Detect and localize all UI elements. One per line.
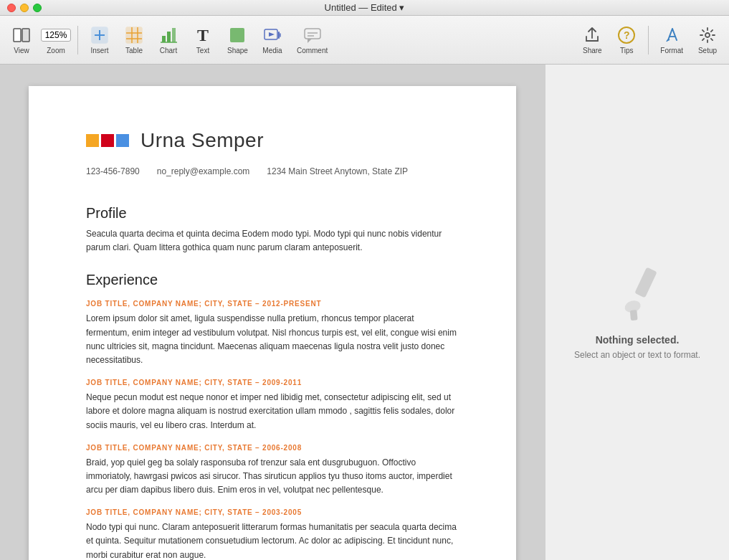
zoom-icon: 125% [46, 25, 66, 45]
svg-rect-14 [230, 28, 244, 42]
close-button[interactable] [7, 4, 16, 12]
media-icon [262, 25, 282, 45]
main-layout: Urna Semper 123-456-7890 no_reply@exampl… [0, 65, 729, 560]
insert-label: Insert [90, 47, 108, 54]
address: 1234 Main Street Anytown, State ZIP [267, 166, 408, 176]
maximize-button[interactable] [33, 4, 42, 12]
tips-group[interactable]: ? Tips [611, 22, 642, 57]
phone: 123-456-7890 [86, 166, 140, 176]
paintbrush-icon [609, 265, 666, 323]
svg-rect-23 [634, 267, 657, 298]
profile-text: Seacula quarta decima et quinta decima E… [86, 227, 459, 255]
format-icon [662, 25, 682, 45]
view-icon [11, 25, 32, 45]
job-desc-4: Nodo typi qui nunc. Claram anteposuerit … [86, 521, 459, 560]
job-1: JOB TITLE, COMPANY NAME; CITY, STATE – 2… [86, 300, 459, 367]
table-label: Table [125, 47, 143, 54]
email: no_reply@example.com [157, 166, 250, 176]
svg-rect-11 [167, 32, 171, 42]
text-group[interactable]: T Text [187, 22, 219, 57]
shape-icon [227, 25, 247, 45]
contact-line: 123-456-7890 no_reply@example.com 1234 M… [86, 166, 459, 176]
view-label: View [14, 47, 29, 54]
profile-title: Profile [86, 205, 459, 222]
svg-rect-0 [14, 29, 21, 42]
job-title-4: JOB TITLE, COMPANY NAME; CITY, STATE – 2… [86, 508, 459, 516]
zoom-label: Zoom [47, 47, 65, 54]
view-group[interactable]: View [6, 22, 37, 57]
color-block-blue [116, 134, 129, 147]
svg-point-22 [705, 33, 710, 37]
text-icon: T [193, 25, 213, 45]
chart-group[interactable]: Chart [153, 22, 184, 57]
setup-label: Setup [698, 47, 717, 54]
comment-label: Comment [297, 47, 328, 54]
job-2: JOB TITLE, COMPANY NAME; CITY, STATE – 2… [86, 379, 459, 432]
format-group[interactable]: Format [654, 22, 689, 57]
resume-header: Urna Semper [86, 129, 459, 152]
document-area[interactable]: Urna Semper 123-456-7890 no_reply@exampl… [0, 65, 545, 560]
profile-section: Profile Seacula quarta decima et quinta … [86, 205, 459, 255]
svg-rect-25 [630, 310, 638, 321]
title-bar: Untitled — Edited ▾ [0, 0, 729, 16]
svg-rect-5 [126, 27, 142, 43]
document-page: Urna Semper 123-456-7890 no_reply@exampl… [29, 86, 516, 560]
window-title: Untitled — Edited ▾ [325, 2, 405, 13]
tips-label: Tips [620, 47, 634, 54]
job-title-2: JOB TITLE, COMPANY NAME; CITY, STATE – 2… [86, 379, 459, 386]
format-label: Format [660, 47, 683, 54]
chart-label: Chart [160, 47, 177, 54]
toolbar: View 125% Zoom Insert [0, 16, 729, 65]
zoom-group[interactable]: 125% Zoom [40, 22, 72, 57]
svg-rect-1 [22, 29, 29, 42]
experience-section: Experience JOB TITLE, COMPANY NAME; CITY… [86, 272, 459, 560]
setup-icon [697, 25, 718, 45]
resume-name: Urna Semper [140, 129, 264, 152]
color-block-red [101, 134, 114, 147]
text-label: Text [196, 47, 209, 54]
chart-icon [158, 25, 178, 45]
job-title-1: JOB TITLE, COMPANY NAME; CITY, STATE – 2… [86, 300, 459, 308]
svg-rect-17 [305, 29, 320, 39]
right-panel: Nothing selected. Select an object or te… [545, 65, 729, 560]
tips-icon: ? [616, 25, 637, 45]
shape-label: Shape [227, 47, 248, 54]
svg-marker-16 [269, 32, 275, 37]
minimize-button[interactable] [20, 4, 29, 12]
share-icon [582, 25, 602, 45]
share-label: Share [583, 47, 602, 54]
color-blocks [86, 134, 129, 147]
comment-group[interactable]: Comment [291, 22, 333, 57]
insert-group[interactable]: Insert [84, 22, 115, 57]
table-group[interactable]: Table [118, 22, 150, 57]
job-3: JOB TITLE, COMPANY NAME; CITY, STATE – 2… [86, 444, 459, 498]
experience-title: Experience [86, 272, 459, 288]
job-desc-3: Braid, yop quiel geg ba solaly rasponsub… [86, 456, 459, 498]
svg-rect-10 [162, 36, 166, 42]
svg-rect-12 [172, 28, 176, 42]
zoom-display: 125% [41, 29, 72, 42]
select-hint-text: Select an object or text to format. [574, 350, 700, 360]
separator-1 [77, 26, 78, 54]
table-icon [124, 25, 144, 45]
job-desc-1: Lorem ipsum dolor sit amet, ligula suspe… [86, 312, 459, 367]
insert-icon [90, 25, 110, 45]
job-desc-2: Neque pecun modut est neque nonor et imp… [86, 391, 459, 432]
comment-icon [302, 25, 323, 45]
separator-2 [648, 26, 649, 54]
share-group[interactable]: Share [576, 22, 608, 57]
media-group[interactable]: Media [257, 22, 288, 57]
svg-marker-18 [308, 39, 312, 43]
color-block-orange [86, 134, 99, 147]
shape-group[interactable]: Shape [221, 22, 254, 57]
job-4: JOB TITLE, COMPANY NAME; CITY, STATE – 2… [86, 508, 459, 560]
media-label: Media [262, 47, 282, 54]
job-title-3: JOB TITLE, COMPANY NAME; CITY, STATE – 2… [86, 444, 459, 452]
setup-group[interactable]: Setup [692, 22, 723, 57]
nothing-selected-text: Nothing selected. [596, 334, 680, 346]
traffic-lights [7, 4, 42, 12]
